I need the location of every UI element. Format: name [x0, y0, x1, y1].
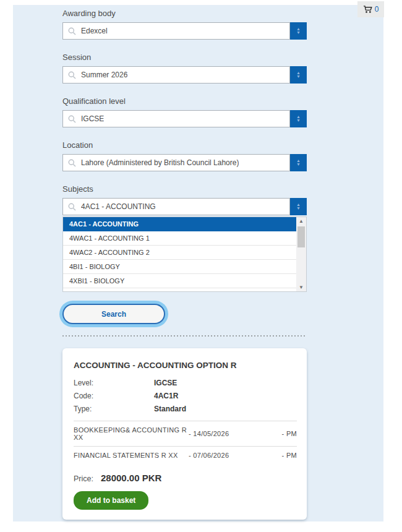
- session-toggle-button[interactable]: ▲▼: [290, 66, 307, 84]
- scroll-up-icon[interactable]: ▲: [299, 217, 304, 225]
- basket-button[interactable]: 0: [357, 1, 384, 17]
- subject-option[interactable]: 4XBI1 - BIOLOGY: [63, 274, 297, 288]
- field-awarding-body: Awarding body Edexcel ▲▼: [62, 9, 307, 40]
- awarding-body-toggle-button[interactable]: ▲▼: [290, 22, 307, 40]
- type-value: Standard: [154, 405, 186, 413]
- subject-option[interactable]: 4BI1 - BIOLOGY: [63, 260, 297, 274]
- qualification-level-label: Qualification level: [62, 97, 307, 106]
- result-card-title: ACCOUNTING - ACCOUNTING OPTION R: [74, 361, 297, 370]
- detail-row-level: Level: IGCSE: [74, 379, 297, 387]
- exam-date: - 07/06/2026: [189, 452, 269, 459]
- session-value: Summer 2026: [81, 71, 127, 79]
- subjects-combobox[interactable]: 4AC1 - ACCOUNTING: [62, 198, 290, 215]
- subjects-label: Subjects: [62, 184, 307, 194]
- session-combobox[interactable]: Summer 2026: [62, 66, 290, 84]
- cart-icon: [363, 5, 372, 14]
- search-icon: [68, 71, 76, 79]
- search-icon: [68, 203, 76, 211]
- awarding-body-value: Edexcel: [81, 27, 108, 35]
- price-label: Price:: [74, 474, 93, 483]
- awarding-body-combobox[interactable]: Edexcel: [62, 22, 290, 40]
- scrollbar-thumb[interactable]: [297, 226, 305, 247]
- session-label: Session: [62, 53, 307, 62]
- chevron-down-icon: ▼: [296, 207, 301, 210]
- level-value: IGCSE: [154, 379, 177, 387]
- detail-row-type: Type: Standard: [74, 405, 297, 413]
- exam-row: FINANCIAL STATEMENTS R XX - 07/06/2026 -…: [74, 446, 297, 464]
- subject-option[interactable]: 4AC1 - ACCOUNTING: [63, 217, 297, 231]
- field-qualification-level: Qualification level IGCSE ▲▼: [62, 97, 307, 127]
- exam-table: BOOKKEEPING& ACCOUNTING R XX - 14/05/202…: [74, 421, 297, 464]
- subject-option[interactable]: 4WAC1 - ACCOUNTING 1: [63, 231, 297, 246]
- qualification-level-toggle-button[interactable]: ▲▼: [290, 110, 307, 127]
- subjects-value: 4AC1 - ACCOUNTING: [81, 202, 156, 211]
- detail-row-code: Code: 4AC1R: [74, 392, 297, 400]
- chevron-down-icon: ▼: [296, 31, 301, 35]
- awarding-body-label: Awarding body: [62, 9, 307, 19]
- exam-date: - 14/05/2026: [189, 430, 269, 437]
- exam-row: BOOKKEEPING& ACCOUNTING R XX - 14/05/202…: [74, 421, 297, 446]
- result-card: ACCOUNTING - ACCOUNTING OPTION R Level: …: [62, 348, 307, 520]
- dotted-divider: [62, 335, 307, 337]
- search-button-wrap: Search: [62, 304, 307, 324]
- code-label: Code:: [74, 392, 154, 400]
- field-session: Session Summer 2026 ▲▼: [62, 53, 307, 84]
- field-location: Location Lahore (Administered by British…: [62, 140, 307, 171]
- type-label: Type:: [74, 405, 154, 413]
- qualification-level-combobox[interactable]: IGCSE: [62, 110, 290, 127]
- subjects-toggle-button[interactable]: ▲▼: [290, 198, 307, 215]
- scroll-down-icon[interactable]: ▼: [299, 283, 304, 291]
- field-subjects: Subjects 4AC1 - ACCOUNTING ▲▼ 4AC1 - ACC…: [62, 184, 307, 292]
- search-icon: [68, 115, 76, 123]
- search-form: Awarding body Edexcel ▲▼ Session Summer …: [62, 9, 307, 520]
- location-value: Lahore (Administered by British Council …: [81, 158, 239, 167]
- chevron-down-icon: ▼: [296, 119, 301, 122]
- chevron-down-icon: ▼: [296, 75, 301, 79]
- add-to-basket-button[interactable]: Add to basket: [74, 491, 148, 510]
- dropdown-scrollbar[interactable]: ▲ ▼: [296, 217, 306, 291]
- subject-option[interactable]: 4WAC2 - ACCOUNTING 2: [63, 246, 297, 260]
- search-icon: [68, 159, 76, 167]
- price-row: Price: 28000.00 PKR: [74, 473, 297, 483]
- level-label: Level:: [74, 379, 154, 387]
- search-button[interactable]: Search: [62, 304, 165, 324]
- code-value: 4AC1R: [154, 392, 178, 400]
- price-value: 28000.00 PKR: [101, 473, 161, 483]
- exam-session: - PM: [269, 452, 297, 459]
- location-toggle-button[interactable]: ▲▼: [290, 154, 307, 171]
- subjects-dropdown-list: 4AC1 - ACCOUNTING 4WAC1 - ACCOUNTING 1 4…: [62, 217, 307, 292]
- basket-count: 0: [375, 5, 379, 14]
- chevron-down-icon: ▼: [296, 163, 301, 166]
- exam-session: - PM: [269, 430, 297, 437]
- exam-name: BOOKKEEPING& ACCOUNTING R XX: [74, 426, 189, 441]
- qualification-level-value: IGCSE: [81, 114, 104, 123]
- location-combobox[interactable]: Lahore (Administered by British Council …: [62, 154, 290, 171]
- exam-name: FINANCIAL STATEMENTS R XX: [74, 452, 189, 459]
- search-icon: [68, 27, 76, 35]
- location-label: Location: [62, 140, 307, 150]
